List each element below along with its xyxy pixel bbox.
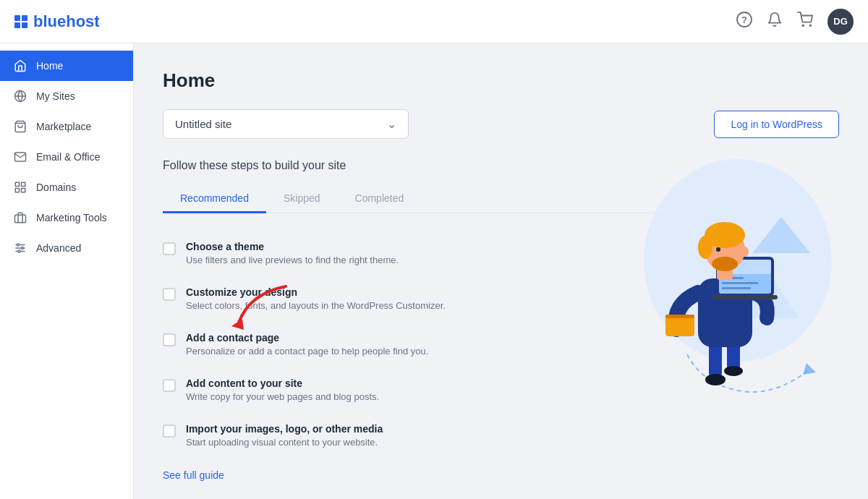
svg-rect-8 — [22, 189, 25, 192]
logo-grid-icon — [14, 15, 27, 28]
help-icon[interactable]: ? — [736, 12, 752, 31]
sidebar-item-domains[interactable]: Domains — [0, 172, 133, 202]
step-content-5: Import your images, logo, or other media… — [186, 423, 383, 448]
cart-icon[interactable] — [797, 12, 813, 31]
chevron-down-icon: ⌄ — [387, 117, 396, 131]
svg-point-42 — [741, 247, 749, 257]
sidebar-item-advanced[interactable]: Advanced — [0, 233, 133, 263]
svg-text:?: ? — [741, 14, 747, 25]
sidebar: Home My Sites Marketplace — [0, 43, 134, 499]
bag-icon — [13, 120, 27, 133]
sidebar-item-email-office[interactable]: Email & Office — [0, 142, 133, 172]
site-dropdown-value: Untitled site — [175, 118, 231, 130]
step-desc-2: Select colors, fonts, and layouts in the… — [186, 300, 446, 311]
tab-recommended[interactable]: Recommended — [163, 185, 266, 213]
svg-point-16 — [18, 250, 20, 252]
tab-completed[interactable]: Completed — [338, 185, 422, 213]
step-content-1: Choose a theme Use filters and live prev… — [186, 241, 399, 265]
brand-name: bluehost — [33, 12, 100, 31]
svg-rect-10 — [15, 215, 26, 223]
step-checkbox-3[interactable] — [163, 333, 176, 346]
step-item: Import your images, logo, or other media… — [163, 413, 669, 458]
step-desc-1: Use filters and live previews to find th… — [186, 255, 399, 265]
svg-rect-7 — [22, 182, 25, 186]
svg-point-14 — [17, 244, 20, 246]
svg-point-2 — [802, 25, 804, 26]
wordpress-icon — [13, 90, 27, 103]
sidebar-item-my-sites[interactable]: My Sites — [0, 81, 133, 111]
svg-rect-9 — [15, 189, 19, 192]
svg-rect-34 — [722, 287, 751, 289]
svg-point-15 — [22, 247, 24, 250]
svg-point-39 — [698, 236, 712, 259]
sidebar-item-marketing-tools[interactable]: Marketing Tools — [0, 202, 133, 233]
step-title-1: Choose a theme — [186, 241, 399, 252]
sidebar-label-marketplace: Marketplace — [36, 121, 91, 132]
step-title-5: Import your images, logo, or other media — [186, 423, 383, 435]
svg-marker-20 — [803, 363, 816, 375]
bell-icon[interactable] — [767, 12, 783, 31]
sidebar-item-marketplace[interactable]: Marketplace — [0, 111, 133, 142]
page-title: Home — [163, 69, 839, 92]
envelope-icon — [13, 150, 27, 163]
step-checkbox-4[interactable] — [163, 379, 176, 392]
sidebar-label-domains: Domains — [36, 182, 76, 193]
svg-point-25 — [724, 366, 743, 376]
sliders-icon — [13, 242, 27, 255]
step-content-2: Customize your design Select colors, fon… — [186, 286, 446, 311]
step-desc-4: Write copy for your web pages and blog p… — [186, 391, 379, 402]
step-desc-3: Personalize or add a contact page to hel… — [186, 346, 428, 357]
home-icon — [13, 59, 27, 72]
svg-rect-28 — [665, 315, 694, 318]
svg-rect-6 — [15, 182, 19, 186]
logo-link[interactable]: bluehost — [14, 12, 100, 31]
sidebar-label-email-office: Email & Office — [36, 151, 100, 163]
svg-rect-33 — [722, 282, 758, 284]
nav-icons: ? DG — [736, 9, 854, 35]
sidebar-label-marketing-tools: Marketing Tools — [36, 212, 107, 223]
svg-rect-35 — [712, 295, 778, 299]
svg-point-3 — [809, 25, 811, 26]
step-checkbox-5[interactable] — [163, 425, 176, 438]
top-navigation: bluehost ? DG — [0, 0, 868, 43]
step-title-2: Customize your design — [186, 286, 446, 298]
grid-icon — [13, 181, 27, 194]
step-content-4: Add content to your site Write copy for … — [186, 378, 379, 402]
sidebar-item-home[interactable]: Home — [0, 51, 133, 81]
see-guide-link[interactable]: See full guide — [163, 469, 224, 481]
sidebar-label-my-sites: My Sites — [36, 90, 75, 102]
step-desc-5: Start uploading visual content to your w… — [186, 437, 383, 448]
step-content-3: Add a contact page Personalize or add a … — [186, 332, 428, 357]
svg-point-41 — [716, 247, 720, 252]
sidebar-label-home: Home — [36, 60, 63, 72]
suitcase-icon — [13, 211, 27, 224]
tab-skipped[interactable]: Skipped — [266, 185, 338, 213]
step-title-4: Add content to your site — [186, 378, 379, 389]
step-checkbox-2[interactable] — [163, 288, 176, 301]
step-checkbox-1[interactable] — [163, 242, 176, 255]
site-dropdown[interactable]: Untitled site ⌄ — [163, 109, 409, 139]
sidebar-label-advanced: Advanced — [36, 242, 81, 254]
step-title-3: Add a contact page — [186, 332, 428, 344]
illustration — [586, 130, 846, 405]
svg-point-24 — [705, 374, 726, 385]
main-content: Home Untitled site ⌄ Log in to WordPress… — [134, 43, 868, 499]
avatar[interactable]: DG — [827, 9, 854, 35]
svg-point-40 — [712, 257, 738, 271]
